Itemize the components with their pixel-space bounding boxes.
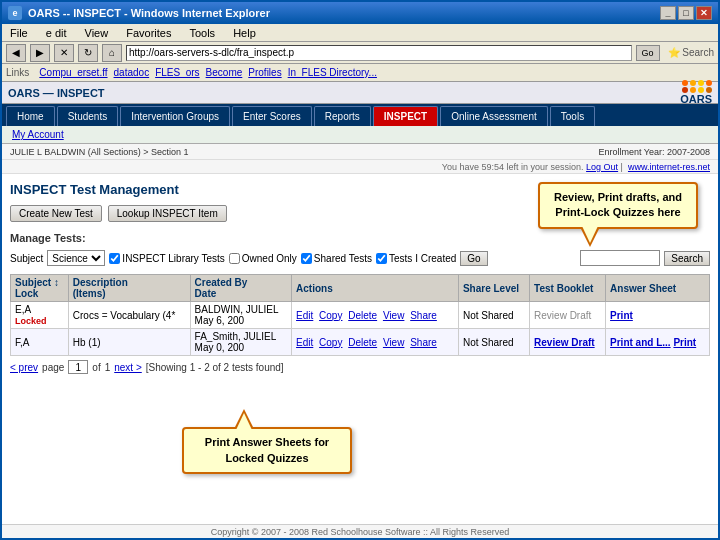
menu-edit[interactable]: e dit: [42, 26, 71, 40]
callout-bottom: Print Answer Sheets for Locked Quizzes: [182, 427, 352, 474]
oars-dots: [682, 80, 712, 86]
menu-file[interactable]: File: [6, 26, 32, 40]
tab-students[interactable]: Students: [57, 106, 118, 126]
footer-text: Copyright © 2007 - 2008 Red Schoolhouse …: [211, 527, 509, 537]
print-and-lock-link-2[interactable]: Print and L...: [610, 337, 671, 348]
tab-enter-scores[interactable]: Enter Scores: [232, 106, 312, 126]
print-link-2[interactable]: Print: [673, 337, 696, 348]
tab-inspect[interactable]: INSPECT: [373, 106, 438, 126]
table-row: F,A Hb (1) FA_Smith, JULIELMay 0, 200 Ed…: [11, 329, 710, 356]
edit-link-1[interactable]: Edit: [296, 310, 313, 321]
maximize-button[interactable]: □: [678, 6, 694, 20]
tests-table: Subject ↕Lock Description(Items) Created…: [10, 274, 710, 356]
link-5[interactable]: Profiles: [248, 67, 281, 78]
view-link-1[interactable]: View: [383, 310, 405, 321]
cell-share-1: Not Shared: [458, 302, 529, 329]
shared-tests-label: Shared Tests: [314, 253, 372, 264]
footer: Copyright © 2007 - 2008 Red Schoolhouse …: [2, 524, 718, 538]
review-draft-link-2[interactable]: Review Draft: [534, 337, 595, 348]
cell-actions-2: Edit Copy Delete View Share: [292, 329, 459, 356]
address-bar: ◀ ▶ ✕ ↻ ⌂ Go ⭐ Search: [2, 42, 718, 64]
next-link[interactable]: next >: [114, 362, 142, 373]
create-test-button[interactable]: Create New Test: [10, 205, 102, 222]
delete-link-1[interactable]: Delete: [348, 310, 377, 321]
edit-link-2[interactable]: Edit: [296, 337, 313, 348]
subject-select[interactable]: Science: [47, 250, 105, 266]
filter-group-4: Tests I Created: [376, 253, 456, 264]
user-info: JULIE L BALDWIN (All Sections) > Section…: [10, 147, 188, 157]
link-3[interactable]: FLES_ors: [155, 67, 199, 78]
share-link-1[interactable]: Share: [410, 310, 437, 321]
view-link-2[interactable]: View: [383, 337, 405, 348]
col-subject: Subject ↕Lock: [11, 275, 69, 302]
page-label: page: [42, 362, 64, 373]
search-input[interactable]: [580, 250, 660, 266]
stop-button[interactable]: ✕: [54, 44, 74, 62]
copy-link-1[interactable]: Copy: [319, 310, 342, 321]
minimize-button[interactable]: _: [660, 6, 676, 20]
session-bar: You have 59:54 left in your session. Log…: [2, 160, 718, 174]
tab-tools[interactable]: Tools: [550, 106, 595, 126]
subnav-my-account[interactable]: My Account: [8, 129, 68, 140]
cell-answer-1: Print: [606, 302, 710, 329]
owned-only-checkbox[interactable]: [229, 253, 240, 264]
tab-reports[interactable]: Reports: [314, 106, 371, 126]
col-actions: Actions: [292, 275, 459, 302]
link-6[interactable]: In_FLES Directory...: [288, 67, 377, 78]
copy-link-2[interactable]: Copy: [319, 337, 342, 348]
menu-help[interactable]: Help: [229, 26, 260, 40]
manage-label: Manage Tests:: [10, 232, 710, 244]
close-button[interactable]: ✕: [696, 6, 712, 20]
back-button[interactable]: ◀: [6, 44, 26, 62]
forward-button[interactable]: ▶: [30, 44, 50, 62]
cell-share-2: Not Shared: [458, 329, 529, 356]
delete-link-2[interactable]: Delete: [348, 337, 377, 348]
subject-label: Subject: [10, 253, 43, 264]
menu-favorites[interactable]: Favorites: [122, 26, 175, 40]
support-link[interactable]: www.internet-res.net: [628, 162, 710, 172]
owned-only-label: Owned Only: [242, 253, 297, 264]
home-button[interactable]: ⌂: [102, 44, 122, 62]
link-4[interactable]: Become: [206, 67, 243, 78]
search-button[interactable]: Search: [664, 251, 710, 266]
browser-window: e OARS -- INSPECT - Windows Internet Exp…: [0, 0, 720, 540]
go-button[interactable]: Go: [636, 45, 660, 61]
shared-tests-checkbox[interactable]: [301, 253, 312, 264]
inspect-library-label: INSPECT Library Tests: [122, 253, 224, 264]
links-bar: Links Compu_erset.ff datadoc FLES_ors Be…: [2, 64, 718, 82]
address-input[interactable]: [126, 45, 632, 61]
link-2[interactable]: datadoc: [114, 67, 150, 78]
link-1[interactable]: Compu_erset.ff: [39, 67, 107, 78]
inspect-library-checkbox[interactable]: [109, 253, 120, 264]
cell-subject-2: F,A: [11, 329, 69, 356]
page-input[interactable]: [68, 360, 88, 374]
showing-text: [Showing 1 - 2 of 2 tests found]: [146, 362, 284, 373]
prev-link[interactable]: < prev: [10, 362, 38, 373]
callout-arrow-bottom: [234, 409, 254, 429]
lookup-item-button[interactable]: Lookup INSPECT Item: [108, 205, 227, 222]
col-booklet: Test Booklet: [530, 275, 606, 302]
tab-online-assessment[interactable]: Online Assessment: [440, 106, 548, 126]
main-content: INSPECT Test Management Create New Test …: [2, 174, 718, 524]
col-created: Created ByDate: [190, 275, 291, 302]
print-link-1[interactable]: Print: [610, 310, 633, 321]
cell-desc-2: Hb (1): [68, 329, 190, 356]
filter-group-2: Owned Only: [229, 253, 297, 264]
refresh-button[interactable]: ↻: [78, 44, 98, 62]
dot-2: [690, 80, 696, 86]
app-toolbar: OARS — INSPECT OARS: [2, 82, 718, 104]
dot-1: [682, 80, 688, 86]
tests-created-checkbox[interactable]: [376, 253, 387, 264]
col-answer: Answer Sheet: [606, 275, 710, 302]
logout-link[interactable]: Log Out: [586, 162, 618, 172]
col-share: Share Level: [458, 275, 529, 302]
share-link-2[interactable]: Share: [410, 337, 437, 348]
menu-tools[interactable]: Tools: [185, 26, 219, 40]
menu-bar: File e dit View Favorites Tools Help: [2, 24, 718, 42]
tab-intervention[interactable]: Intervention Groups: [120, 106, 230, 126]
filter-group-1: INSPECT Library Tests: [109, 253, 224, 264]
menu-view[interactable]: View: [81, 26, 113, 40]
go-button[interactable]: Go: [460, 251, 487, 266]
tab-home[interactable]: Home: [6, 106, 55, 126]
app-logo: OARS — INSPECT: [8, 87, 105, 99]
